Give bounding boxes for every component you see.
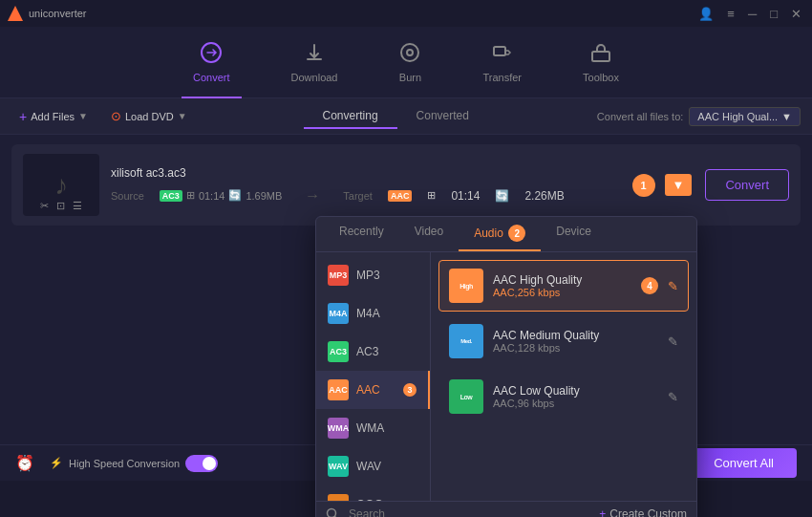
quality-list: High AAC High Quality AAC,256 kbps 4 ✎ M… [431, 252, 696, 501]
alarm-icon[interactable]: ⏰ [15, 454, 34, 472]
format-body: MP3 MP3 M4A M4A AC3 AC3 AAC AAC 3 WMA [316, 252, 696, 501]
title-bar: uniconverter 👤 ≡ ─ □ ✕ [0, 0, 812, 27]
format-dropdown: Recently Video Audio 2 Device MP3 MP3 [315, 216, 697, 517]
add-files-arrow-icon: ▼ [78, 111, 88, 121]
format-ogg[interactable]: OGG OGG [316, 485, 430, 501]
convert-button[interactable]: Convert [705, 169, 789, 201]
badge-1: 1 [632, 174, 655, 197]
nav-item-transfer[interactable]: Transfer [471, 33, 533, 91]
format-mp3[interactable]: MP3 MP3 [316, 256, 430, 294]
quality-low-spec: AAC,96 kbps [493, 398, 658, 409]
source-duration-icon: ⊞ [186, 189, 195, 202]
format-wav[interactable]: WAV WAV [316, 447, 430, 485]
nav-label-transfer: Transfer [482, 72, 522, 83]
main-content: ♪ ✂ ⊡ ☰ xilisoft ac3.ac3 Source AC3 ⊞ 01… [0, 135, 812, 481]
format-select-dropdown[interactable]: AAC High Qual... ▼ [689, 107, 801, 126]
crop-icon[interactable]: ⊡ [56, 200, 65, 212]
file-thumb-controls: ✂ ⊡ ☰ [23, 200, 99, 212]
toolbox-nav-icon [589, 41, 612, 68]
format-search-input[interactable] [349, 507, 589, 517]
file-meta: Source AC3 ⊞ 01:14 🔄 1.69MB → Target AAC… [111, 187, 621, 205]
nav-item-download[interactable]: Download [280, 33, 350, 91]
tab-recently[interactable]: Recently [324, 217, 399, 251]
audio-tab-badge: 2 [508, 225, 525, 242]
create-plus-icon: + [599, 507, 606, 517]
target-label-container: Target [343, 190, 373, 202]
format-m4a[interactable]: M4A M4A [316, 294, 430, 333]
nav-label-toolbox: Toolbox [583, 72, 619, 83]
app-name: uniconverter [29, 8, 87, 19]
quality-low-edit-icon[interactable]: ✎ [668, 390, 678, 404]
aac-badge: 3 [403, 383, 417, 397]
quality-medium-icon: Med. [449, 324, 483, 358]
target-duration: 01:14 [451, 189, 480, 203]
create-custom-label: Create Custom [609, 507, 687, 517]
menu-icon[interactable]: ≡ [724, 7, 737, 21]
format-tabs: Recently Video Audio 2 Device [316, 217, 696, 252]
speed-text: High Speed Conversion [69, 458, 180, 469]
tab-audio[interactable]: Audio 2 [459, 217, 541, 251]
nav-label-download: Download [291, 72, 338, 83]
tab-converted[interactable]: Converted [397, 104, 488, 129]
source-size-icon: 🔄 [228, 189, 242, 202]
tab-device[interactable]: Device [541, 217, 607, 251]
load-dvd-button[interactable]: ⊙ Load DVD ▼ [103, 105, 195, 127]
source-format-icon: AC3 [160, 190, 182, 202]
add-files-button[interactable]: + Add Files ▼ [11, 105, 96, 128]
quality-low[interactable]: Low AAC Low Quality AAC,96 kbps ✎ [438, 371, 689, 422]
quality-medium-edit-icon[interactable]: ✎ [668, 334, 678, 349]
source-label: Source [111, 190, 144, 202]
target-format-icon: AAC [388, 190, 413, 202]
svg-point-5 [328, 509, 336, 518]
transfer-nav-icon [491, 41, 514, 68]
format-list: MP3 MP3 M4A M4A AC3 AC3 AAC AAC 3 WMA [316, 252, 431, 501]
source-format: AC3 ⊞ 01:14 🔄 1.69MB [160, 189, 282, 202]
convert-nav-icon [200, 41, 223, 68]
ac3-icon: AC3 [328, 341, 349, 362]
quality-high-edit-icon[interactable]: ✎ [668, 279, 678, 293]
tab-video[interactable]: Video [399, 217, 459, 251]
tab-converting[interactable]: Converting [304, 104, 397, 129]
close-button[interactable]: ✕ [788, 7, 804, 21]
expand-format-button[interactable]: ▼ [665, 174, 693, 196]
wav-icon: WAV [328, 456, 349, 477]
toolbar-tabs: Converting Converted [203, 104, 589, 129]
svg-point-1 [401, 44, 418, 61]
app-logo [8, 6, 23, 21]
toolbar-right: Convert all files to: AAC High Qual... ▼ [597, 107, 801, 126]
nav-label-convert: Convert [193, 72, 230, 83]
toggle-knob [203, 457, 216, 470]
quality-high-name: AAC High Quality [493, 273, 630, 287]
convert-all-button[interactable]: Convert All [691, 448, 797, 478]
mp3-icon: MP3 [328, 265, 349, 286]
minimize-button[interactable]: ─ [745, 7, 759, 21]
nav-bar: Convert Download Burn Transfer [0, 27, 812, 98]
toolbar: + Add Files ▼ ⊙ Load DVD ▼ Converting Co… [0, 98, 812, 135]
format-ac3[interactable]: AC3 AC3 [316, 333, 430, 371]
user-icon[interactable]: 👤 [695, 7, 716, 21]
quality-medium[interactable]: Med. AAC Medium Quality AAC,128 kbps ✎ [438, 315, 689, 367]
quality-high[interactable]: High AAC High Quality AAC,256 kbps 4 ✎ [438, 260, 689, 312]
source-size: 1.69MB [246, 190, 282, 202]
format-value: AAC High Qual... [697, 111, 778, 122]
list-icon[interactable]: ☰ [73, 200, 82, 212]
quality-high-badge: 4 [641, 277, 658, 294]
target-duration-icon: ⊞ [427, 189, 436, 202]
source-duration: 01:14 [199, 190, 225, 202]
ogg-icon: OGG [328, 494, 349, 501]
format-aac[interactable]: AAC AAC 3 [316, 371, 430, 409]
quality-medium-spec: AAC,128 kbps [493, 342, 658, 354]
scissors-icon[interactable]: ✂ [40, 200, 49, 212]
title-bar-left: uniconverter [8, 6, 87, 21]
quality-low-name: AAC Low Quality [493, 384, 658, 398]
nav-item-toolbox[interactable]: Toolbox [571, 33, 630, 91]
format-wma[interactable]: WMA WMA [316, 409, 430, 447]
quality-low-icon: Low [449, 379, 483, 414]
nav-item-convert[interactable]: Convert [182, 33, 242, 91]
speed-toggle[interactable] [185, 455, 218, 472]
quality-high-info: AAC High Quality AAC,256 kbps [493, 273, 630, 298]
nav-item-burn[interactable]: Burn [387, 33, 433, 91]
create-custom-button[interactable]: + Create Custom [599, 507, 687, 517]
search-icon [326, 507, 339, 517]
maximize-button[interactable]: □ [767, 7, 780, 21]
